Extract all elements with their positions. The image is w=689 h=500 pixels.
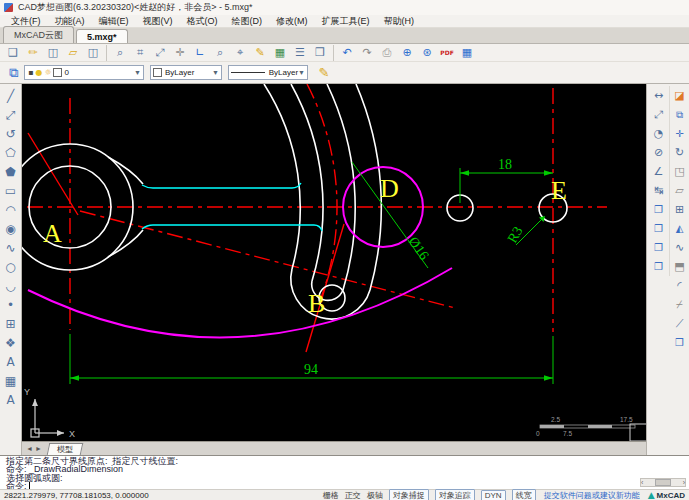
stretch-icon[interactable]: ⬒ (670, 257, 689, 276)
ruler-label-2-5: 2.5 (551, 416, 560, 423)
print-icon[interactable]: ⎙ (377, 45, 397, 61)
zoom-realtime-icon[interactable]: ⌕ (210, 45, 230, 61)
fillet-icon[interactable]: ◜ (670, 276, 689, 295)
zoom-icon[interactable]: ⌕ (110, 45, 130, 61)
layer-list-icon[interactable]: ☰ (290, 45, 310, 61)
ellipse-tool-icon[interactable]: ○ (0, 257, 21, 276)
dim-radius-icon[interactable]: ◔ (649, 124, 669, 143)
dim-diameter-icon[interactable]: ⊘ (649, 143, 669, 162)
mirror-icon[interactable]: ◭ (670, 219, 689, 238)
viewport-1-icon[interactable]: ❐ (649, 200, 669, 219)
ucs-icon[interactable]: ∟ (190, 45, 210, 61)
scrollbar-thumb[interactable] (655, 479, 671, 486)
rotate-icon[interactable]: ↻ (670, 143, 689, 162)
point-tool-icon[interactable]: • (0, 295, 21, 314)
undo-icon[interactable]: ↶ (337, 45, 357, 61)
application-window: CAD梦想画图(6.3.20230320)<姓赵的好，非会员> - 5.mxg*… (0, 0, 689, 500)
menu-help[interactable]: 帮助(H) (377, 15, 422, 28)
toggle-osnap[interactable]: 对象捕捉 (389, 489, 429, 500)
dim-continue-icon[interactable]: ↹ (649, 181, 669, 200)
move-icon[interactable]: ✛ (670, 124, 689, 143)
ruler-label-17-5: 17.5 (620, 416, 633, 423)
menu-draw[interactable]: 绘图(D) (225, 15, 270, 28)
array-icon[interactable]: ⊞ (670, 200, 689, 219)
match-properties-icon[interactable]: ✎ (314, 65, 334, 81)
polygon-edge-tool-icon[interactable]: ⬟ (0, 162, 21, 181)
block-icon[interactable]: ❒ (310, 45, 334, 61)
command-scrollbar[interactable]: ‹ › (640, 478, 686, 487)
rectangle-tool-icon[interactable]: ▭ (0, 181, 21, 200)
menu-express-tools[interactable]: 扩展工具(E) (315, 15, 377, 28)
save-icon[interactable]: ◫ (43, 45, 63, 61)
toggle-dyn[interactable]: DYN (481, 490, 506, 500)
web-publish-icon[interactable]: ⊕ (397, 45, 417, 61)
feedback-link[interactable]: 提交软件问题或建议新功能 (544, 490, 640, 500)
layer-manager-icon[interactable]: ⧉ (4, 65, 24, 81)
pan-icon[interactable]: ✛ (170, 45, 190, 61)
dim-aligned-icon[interactable]: ⤢ (649, 105, 669, 124)
viewport-4-icon[interactable]: ❐ (649, 257, 669, 276)
toggle-otrack[interactable]: 对象追踪 (435, 489, 475, 500)
open-edit-icon[interactable]: ✏ (23, 45, 43, 61)
image-insert-tool-icon[interactable]: ▦ (0, 371, 21, 390)
layout-next-icon[interactable]: ► (35, 445, 42, 452)
block-insert-tool-icon[interactable]: ⊞ (0, 314, 21, 333)
linetype-select[interactable]: ByLayer ▼ (228, 65, 308, 80)
text-tool-icon[interactable]: A (0, 352, 21, 371)
ellipse-arc-tool-icon[interactable]: ◡ (0, 276, 21, 295)
tab-mxcad-cloud[interactable]: MxCAD云图 (3, 26, 74, 43)
menu-view[interactable]: 视图(V) (136, 15, 180, 28)
mtext-tool-icon[interactable]: A (0, 390, 21, 409)
find-text-icon[interactable]: ⌖ (230, 45, 250, 61)
pdf-export-icon[interactable]: PDF (437, 45, 457, 61)
image-export-icon[interactable]: ▦ (457, 45, 477, 61)
circle-tool-icon[interactable]: ◉ (0, 219, 21, 238)
scroll-left-icon[interactable]: ‹ (641, 479, 643, 486)
properties-icon[interactable]: ▦ (270, 45, 290, 61)
box-3d-icon[interactable]: ❒ (670, 333, 689, 352)
block-create-tool-icon[interactable]: ❖ (0, 333, 21, 352)
offset-icon[interactable]: ▱ (670, 181, 689, 200)
polygon-tool-icon[interactable]: ⬠ (0, 143, 21, 162)
command-line-panel[interactable]: 指定第二条尺寸界线原点: 指定尺寸线位置: 命令: _DrawRadialDim… (0, 455, 689, 489)
layout-prev-icon[interactable]: ◄ (26, 445, 33, 452)
layer-select[interactable]: ▪ ● ☼ 0 ▼ (24, 65, 144, 80)
new-file-icon[interactable]: ❑ (3, 45, 23, 61)
break-icon[interactable]: ⌿ (670, 295, 689, 314)
erase-icon[interactable]: ◪ (670, 86, 689, 105)
menu-edit[interactable]: 编辑(E) (92, 15, 136, 28)
viewport-3-icon[interactable]: ❐ (649, 238, 669, 257)
redo-icon[interactable]: ↷ (357, 45, 377, 61)
save-as-icon[interactable]: ◫ (83, 45, 107, 61)
menu-format[interactable]: 格式(O) (180, 15, 225, 28)
scale-icon[interactable]: ◳ (670, 162, 689, 181)
zoom-window-icon[interactable]: ⌗ (130, 45, 150, 61)
line-tool-icon[interactable]: ╱ (0, 86, 21, 105)
arc-tool-icon[interactable]: ◠ (0, 200, 21, 219)
toggle-grid[interactable]: 栅格 (323, 490, 339, 500)
construction-line-tool-icon[interactable]: ⤢ (0, 105, 21, 124)
web-open-icon[interactable]: ⊛ (417, 45, 437, 61)
dim-94-text: 94 (304, 362, 318, 377)
copy-icon[interactable]: ⧉ (670, 105, 689, 124)
viewport-2-icon[interactable]: ❐ (649, 219, 669, 238)
tab-model[interactable]: 模型 (47, 443, 84, 455)
tab-current-file[interactable]: 5.mxg* (76, 29, 128, 43)
toggle-polar[interactable]: 极轴 (367, 490, 383, 500)
text-edit-icon[interactable]: ✎ (250, 45, 270, 61)
chamfer-icon[interactable]: ⟋ (670, 314, 689, 333)
toggle-lineweight[interactable]: 线宽 (512, 489, 536, 500)
drawing-canvas[interactable]: 18 94 R3 Ø16 A B D E X Y (22, 84, 646, 441)
spline-fit-icon[interactable]: ∿ (670, 238, 689, 257)
dim-angular-icon[interactable]: ∠ (649, 162, 669, 181)
dim-linear-icon[interactable]: ↔ (649, 86, 669, 105)
scroll-right-icon[interactable]: › (683, 479, 685, 486)
ruler-label-0: 0 (536, 430, 540, 437)
polyline-tool-icon[interactable]: ↺ (0, 124, 21, 143)
zoom-extents-icon[interactable]: ⤢ (150, 45, 170, 61)
spline-tool-icon[interactable]: ∿ (0, 238, 21, 257)
open-folder-icon[interactable]: ▱ (63, 45, 83, 61)
color-select[interactable]: ByLayer ▼ (150, 65, 222, 80)
menu-modify[interactable]: 修改(M) (269, 15, 315, 28)
toggle-ortho[interactable]: 正交 (345, 490, 361, 500)
